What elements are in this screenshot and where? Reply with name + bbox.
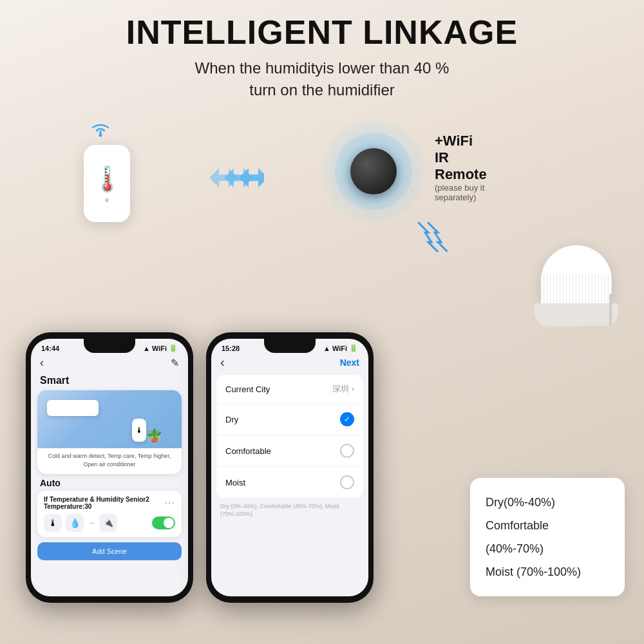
ac-unit-icon — [47, 400, 99, 416]
auto-outlet-icon: 🔌 — [99, 514, 117, 532]
phone-2-dry-label: Dry — [225, 415, 238, 424]
phone-2-list: Current City 深圳 › Dry ✓ Comfortable Mois… — [216, 375, 363, 498]
auto-toggle[interactable] — [152, 516, 175, 529]
phone-1-automation-card: If Temperature & Humidity Senior2 Temper… — [37, 491, 182, 537]
phone-2-dry-check[interactable]: ✓ — [340, 412, 354, 426]
phone-2-comfortable-label: Comfortable — [225, 446, 271, 456]
speaker-base — [535, 303, 618, 326]
speaker-cable — [609, 294, 612, 326]
plant-icon: 🪴 — [146, 428, 162, 443]
automation-header: If Temperature & Humidity Senior2 Temper… — [44, 496, 175, 510]
smart-speaker — [541, 245, 618, 326]
phone-1-time: 14:44 — [41, 345, 59, 352]
info-panel: Dry(0%-40%) Comfortable (40%-70%) Moist … — [470, 478, 625, 596]
phone-2-dry-row[interactable]: Dry ✓ — [216, 404, 363, 435]
phone-1-auto-title: Auto — [31, 474, 188, 491]
phone-1-status-right: ▲ WiFi 🔋 — [143, 344, 178, 352]
phone-2-notch — [264, 339, 316, 353]
sensor-device: 🌡️ — [84, 120, 130, 222]
battery-icon-2: 🔋 — [349, 344, 358, 352]
phone-2-next-button[interactable]: Next — [340, 357, 359, 368]
subtitle-line2: turn on the humidifier — [249, 81, 394, 99]
auto-humidity-icon: 💧 — [66, 514, 84, 532]
phone-1-card-desc: Cold and warm detect, Temp care, Temp hi… — [37, 448, 182, 473]
phone-1-smart-title: Smart — [31, 374, 188, 390]
automation-title: If Temperature & Humidity Senior2 Temper… — [44, 496, 165, 510]
ir-arrows-bottom — [415, 220, 448, 256]
phone-2-city-value: 深圳 › — [332, 383, 354, 395]
svg-point-0 — [99, 134, 102, 137]
main-title: INTELLIGENT LINKAGE — [0, 14, 644, 51]
phone-2-status-right: ▲ WiFi 🔋 — [323, 344, 358, 352]
ir-label: +WiFi IR Remote (please buy it separatel… — [435, 133, 487, 202]
arrows-container — [206, 162, 264, 194]
phone-2-moist-label: Moist — [225, 478, 245, 488]
scene-area: 🌡️ +WiFi IR Remote (please buy it separa… — [0, 107, 644, 345]
battery-icon: 🔋 — [169, 344, 178, 352]
subtitle-line1: When the humidityis lower than 40 % — [195, 59, 450, 77]
speaker-mesh — [541, 274, 612, 303]
phone-1-notch — [84, 339, 135, 353]
automation-dots-button[interactable]: ··· — [165, 497, 175, 509]
phone-2-time: 15:28 — [222, 345, 240, 352]
phone-2-comfortable-row[interactable]: Comfortable — [216, 435, 363, 467]
phone-2-city-label: Current City — [225, 384, 270, 394]
phone-1-card-image: 🌡 🪴 — [37, 390, 182, 448]
sensor-body: 🌡️ — [84, 145, 130, 222]
thermometer-icon: 🌡️ — [92, 165, 122, 193]
ir-circle-mid — [335, 133, 412, 210]
phone-2-moist-row[interactable]: Moist — [216, 467, 363, 498]
info-comfortable: Comfortable (40%-70%) — [486, 514, 609, 560]
phone-2: 15:28 ▲ WiFi 🔋 ‹ Next Current City 深圳 › … — [206, 332, 374, 603]
phone-1-card: 🌡 🪴 Cold and warm detect, Temp care, Tem… — [37, 390, 182, 473]
ir-remote-container: +WiFi IR Remote (please buy it separatel… — [322, 120, 425, 223]
sensor-dot — [105, 198, 109, 202]
header-section: INTELLIGENT LINKAGE When the humidityis … — [0, 0, 644, 100]
phone-1-screen: 14:44 ▲ WiFi 🔋 ‹ ✎ Smart 🌡 🪴 Co — [31, 339, 188, 596]
ir-button[interactable] — [350, 148, 397, 194]
speaker-body — [541, 245, 612, 303]
phone-1-nav: ‹ ✎ — [31, 352, 188, 374]
info-dry: Dry(0%-40%) — [486, 491, 609, 514]
phone-2-hint: Dry (0%-40%), Comfortable (40%-70%), Moi… — [220, 503, 359, 518]
wifi-icon — [89, 120, 112, 142]
signal-icon: ▲ — [143, 345, 150, 352]
ir-label-sub: (please buy it separately) — [435, 183, 487, 202]
auto-thermometer-icon: 🌡 — [44, 514, 62, 532]
phone-2-city-row[interactable]: Current City 深圳 › — [216, 375, 363, 404]
auto-arrow-icon: → — [88, 518, 95, 527]
phone-1: 14:44 ▲ WiFi 🔋 ‹ ✎ Smart 🌡 🪴 Co — [26, 332, 193, 603]
phone-2-screen: 15:28 ▲ WiFi 🔋 ‹ Next Current City 深圳 › … — [211, 339, 368, 596]
wifi-status-icon: WiFi — [152, 345, 167, 352]
phones-area: 14:44 ▲ WiFi 🔋 ‹ ✎ Smart 🌡 🪴 Co — [0, 332, 644, 603]
ir-circle — [322, 120, 425, 223]
phone-1-add-scene-button[interactable]: Add Scene — [37, 542, 182, 560]
phone-1-edit-button[interactable]: ✎ — [171, 357, 179, 369]
phone-2-comfortable-check[interactable] — [340, 444, 354, 458]
phone-2-moist-check[interactable] — [340, 475, 354, 489]
phone-1-back-button[interactable]: ‹ — [40, 356, 44, 370]
phone-2-nav: ‹ Next — [211, 352, 368, 375]
wifi-icon-2: WiFi — [332, 345, 347, 352]
subtitle: When the humidityis lower than 40 % turn… — [0, 57, 644, 100]
info-moist: Moist (70%-100%) — [486, 560, 609, 583]
signal-icon-2: ▲ — [323, 345, 330, 352]
automation-icons-row: 🌡 💧 → 🔌 — [44, 514, 175, 532]
phone-2-back-button[interactable]: ‹ — [220, 355, 225, 370]
temp-sensor-icon: 🌡 — [132, 419, 146, 442]
ir-label-main: +WiFi IR Remote — [435, 133, 487, 183]
